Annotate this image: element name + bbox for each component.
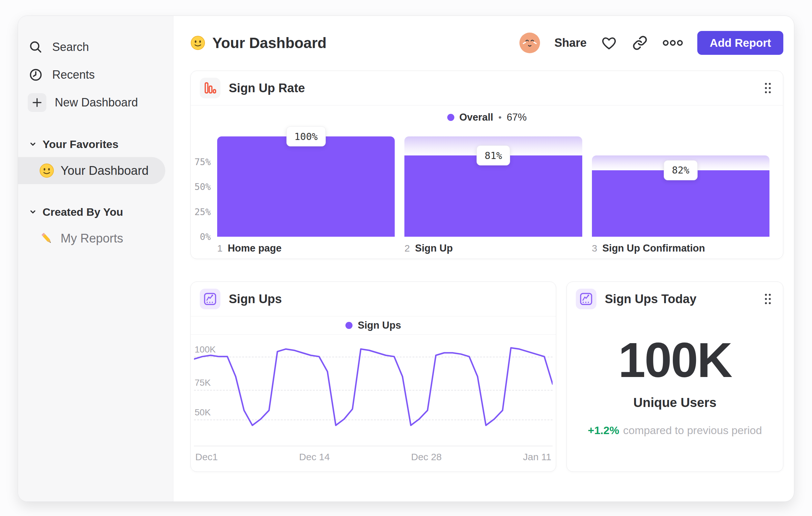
- plus-icon: [28, 93, 47, 112]
- sidebar-item-search[interactable]: Search: [28, 33, 165, 61]
- legend-dot: [447, 114, 454, 121]
- add-report-button[interactable]: Add Report: [697, 31, 783, 55]
- card-title: Sign Up Rate: [229, 81, 753, 95]
- step-index: 2: [404, 243, 410, 254]
- clock-icon: [28, 67, 44, 83]
- funnel-step[interactable]: 100%: [217, 129, 395, 237]
- delta-caption: compared to previous period: [623, 424, 762, 436]
- sidebar-item-label: Your Dashboard: [61, 164, 149, 178]
- section-label: Your Favorites: [42, 138, 119, 151]
- y-axis-tick: 25%: [191, 207, 211, 217]
- legend-separator: •: [498, 112, 502, 123]
- x-axis-tick: Dec1: [195, 452, 218, 462]
- step-index: 3: [592, 243, 598, 254]
- card-header: Sign Ups Today: [567, 282, 783, 316]
- sidebar-item-my-reports[interactable]: My Reports: [18, 225, 165, 252]
- section-label: Created By You: [42, 206, 123, 218]
- x-axis-tick: Jan 11: [523, 452, 551, 462]
- x-axis-tick: Dec 28: [411, 452, 442, 462]
- step-name: Sign Up: [415, 243, 453, 254]
- funnel-legend[interactable]: Overall • 67%: [191, 105, 783, 129]
- page-header: Your Dashboard Share: [191, 29, 783, 56]
- share-button[interactable]: Share: [554, 36, 586, 50]
- funnel-chart: 75% 50% 25% 0% 100% 81%: [191, 129, 783, 237]
- sidebar-section-your-favorites[interactable]: Your Favorites: [29, 134, 165, 154]
- y-axis-tick: 0%: [191, 232, 211, 242]
- sidebar-item-label: New Dashboard: [55, 96, 138, 109]
- chevron-down-icon: [29, 208, 37, 216]
- signups-line: [194, 348, 553, 425]
- line-chart-icon: [200, 289, 221, 309]
- smiley-emoji: [191, 35, 205, 50]
- sign-ups-card: Sign Ups Sign Ups 100K 75K 50K: [191, 281, 556, 472]
- pencil-emoji: [39, 231, 54, 246]
- drag-handle-icon[interactable]: [762, 291, 774, 307]
- card-title: Sign Ups: [229, 292, 547, 306]
- sidebar-item-recents[interactable]: Recents: [28, 61, 165, 89]
- y-axis-tick: 50%: [191, 182, 211, 192]
- line-chart-icon: [576, 289, 597, 309]
- sign-up-rate-card: Sign Up Rate Overall • 67% 75% 50% 25% 0…: [191, 71, 783, 259]
- step-index: 1: [217, 243, 223, 254]
- sidebar-item-label: My Reports: [61, 232, 123, 245]
- funnel-bar-solid: [404, 156, 582, 237]
- card-title: Sign Ups Today: [605, 292, 753, 306]
- favorite-heart-icon[interactable]: [601, 34, 617, 51]
- search-icon: [28, 39, 44, 55]
- sidebar-section-created-by-you[interactable]: Created By You: [29, 202, 165, 222]
- sign-ups-line-chart[interactable]: 100K 75K 50K: [194, 335, 553, 446]
- sidebar: Search Recents New Dashboard Your Favori…: [18, 16, 173, 501]
- funnel-tooltip: 81%: [476, 145, 510, 165]
- funnel-bar-solid: [217, 136, 395, 237]
- card-header: Sign Ups: [191, 282, 556, 316]
- app-window: Search Recents New Dashboard Your Favori…: [18, 16, 794, 502]
- card-header: Sign Up Rate: [191, 71, 783, 105]
- metric-body: 100K Unique Users +1.2%compared to previ…: [567, 316, 783, 471]
- drag-handle-icon[interactable]: [762, 80, 774, 96]
- sidebar-item-new-dashboard[interactable]: New Dashboard: [28, 89, 165, 116]
- copy-link-icon[interactable]: [632, 34, 648, 51]
- sidebar-item-label: Search: [52, 40, 89, 54]
- more-options-icon[interactable]: [663, 39, 683, 47]
- page-title: Your Dashboard: [212, 34, 326, 52]
- sidebar-item-your-dashboard[interactable]: Your Dashboard: [18, 157, 165, 184]
- line-legend[interactable]: Sign Ups: [191, 316, 556, 334]
- sign-ups-today-card: Sign Ups Today 100K Unique Users +1.2%co…: [567, 281, 783, 472]
- metric-value: 100K: [618, 335, 731, 384]
- legend-value: 67%: [506, 112, 526, 123]
- funnel-tooltip: 100%: [286, 127, 326, 146]
- legend-label: Sign Ups: [358, 320, 401, 331]
- legend-dot: [345, 322, 352, 329]
- sidebar-item-label: Recents: [52, 68, 95, 82]
- smiley-emoji: [39, 163, 54, 178]
- funnel-step-labels: 1Home page 2Sign Up 3Sign Up Confirmatio…: [191, 237, 783, 254]
- funnel-step[interactable]: 82%: [592, 129, 770, 237]
- step-name: Home page: [228, 243, 282, 254]
- x-axis-tick: Dec 14: [299, 452, 330, 462]
- y-axis-tick: 75%: [191, 157, 211, 167]
- chevron-down-icon: [29, 140, 37, 148]
- funnel-step[interactable]: 81%: [404, 129, 582, 237]
- bar-chart-icon: [200, 78, 221, 98]
- metric-delta: +1.2%compared to previous period: [588, 424, 762, 437]
- funnel-tooltip: 82%: [664, 160, 697, 180]
- delta-percent: +1.2%: [588, 424, 619, 436]
- avatar[interactable]: [519, 33, 540, 53]
- metric-caption: Unique Users: [634, 396, 717, 410]
- legend-label: Overall: [460, 112, 493, 123]
- main-content: Your Dashboard Share: [173, 16, 794, 501]
- x-axis: Dec1 Dec 14 Dec 28 Jan 11: [191, 446, 556, 462]
- step-name: Sign Up Confirmation: [602, 243, 705, 254]
